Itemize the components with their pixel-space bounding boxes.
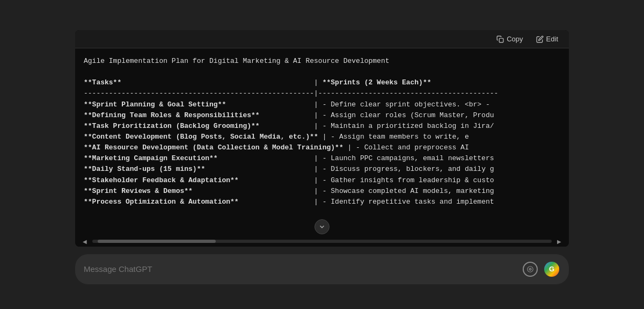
attach-button[interactable] [522, 261, 539, 278]
svg-point-2 [528, 267, 533, 272]
code-block-content[interactable]: Agile Implementation Plan for Digital Ma… [75, 48, 569, 215]
svg-point-1 [529, 268, 531, 270]
copy-icon [496, 35, 504, 43]
scroll-down-button[interactable] [314, 219, 330, 234]
scroll-left-arrow[interactable]: ◀ [80, 239, 89, 245]
scrollbar-track[interactable] [92, 240, 552, 243]
code-text: Agile Implementation Plan for Digital Ma… [84, 56, 560, 207]
input-icons: G [522, 261, 560, 278]
scrollbar-thumb[interactable] [98, 240, 216, 243]
code-block-wrapper: Copy Edit Agile Implementation Plan for … [75, 30, 569, 247]
g-logo-button[interactable]: G [543, 261, 560, 278]
copy-label: Copy [507, 35, 523, 43]
chevron-down-icon [318, 223, 326, 231]
edit-icon [536, 35, 544, 43]
edit-button[interactable]: Edit [532, 33, 562, 45]
edit-label: Edit [546, 35, 558, 43]
code-block-toolbar: Copy Edit [75, 30, 569, 48]
main-container: Copy Edit Agile Implementation Plan for … [0, 0, 644, 309]
scroll-right-arrow[interactable]: ▶ [555, 239, 564, 245]
copy-button[interactable]: Copy [492, 33, 527, 45]
message-input[interactable] [84, 264, 522, 274]
scroll-down-indicator [75, 215, 569, 236]
paperclip-icon [523, 262, 538, 277]
google-icon: G [544, 262, 559, 277]
scrollbar-row: ◀ ▶ [75, 236, 569, 247]
svg-rect-0 [499, 38, 503, 42]
message-input-area: G [75, 254, 569, 284]
